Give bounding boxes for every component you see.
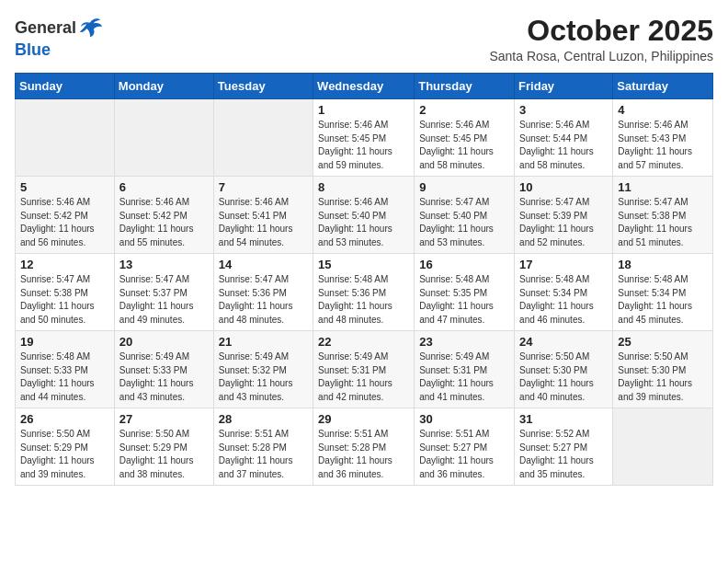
day-info: Sunrise: 5:50 AM Sunset: 5:29 PM Dayligh…	[119, 428, 209, 481]
day-number: 4	[618, 103, 708, 117]
day-number: 29	[318, 412, 409, 426]
calendar-cell: 24Sunrise: 5:50 AM Sunset: 5:30 PM Dayli…	[515, 331, 613, 408]
day-info: Sunrise: 5:52 AM Sunset: 5:27 PM Dayligh…	[519, 428, 608, 481]
day-number: 13	[119, 258, 209, 271]
calendar-cell: 9Sunrise: 5:47 AM Sunset: 5:40 PM Daylig…	[415, 177, 515, 254]
day-number: 27	[119, 412, 209, 426]
calendar-cell: 20Sunrise: 5:49 AM Sunset: 5:33 PM Dayli…	[114, 331, 213, 408]
day-info: Sunrise: 5:47 AM Sunset: 5:36 PM Dayligh…	[219, 273, 308, 327]
day-info: Sunrise: 5:51 AM Sunset: 5:27 PM Dayligh…	[419, 428, 509, 481]
weekday-header-saturday: Saturday	[613, 74, 713, 99]
calendar-cell	[114, 99, 213, 177]
calendar-cell: 22Sunrise: 5:49 AM Sunset: 5:31 PM Dayli…	[313, 331, 415, 408]
calendar-cell: 6Sunrise: 5:46 AM Sunset: 5:42 PM Daylig…	[114, 177, 213, 254]
weekday-header-thursday: Thursday	[415, 74, 515, 99]
calendar-cell: 4Sunrise: 5:46 AM Sunset: 5:43 PM Daylig…	[613, 99, 713, 177]
day-info: Sunrise: 5:47 AM Sunset: 5:39 PM Dayligh…	[519, 196, 608, 249]
day-info: Sunrise: 5:49 AM Sunset: 5:33 PM Dayligh…	[119, 350, 209, 404]
day-number: 5	[20, 180, 109, 194]
day-number: 10	[519, 180, 608, 194]
logo-bird-icon	[78, 15, 104, 40]
day-info: Sunrise: 5:50 AM Sunset: 5:30 PM Dayligh…	[519, 350, 608, 404]
calendar-cell: 15Sunrise: 5:48 AM Sunset: 5:36 PM Dayli…	[313, 254, 415, 331]
calendar-cell: 28Sunrise: 5:51 AM Sunset: 5:28 PM Dayli…	[213, 408, 313, 486]
day-info: Sunrise: 5:50 AM Sunset: 5:29 PM Dayligh…	[20, 428, 109, 481]
calendar-cell: 18Sunrise: 5:48 AM Sunset: 5:34 PM Dayli…	[613, 254, 713, 331]
day-info: Sunrise: 5:48 AM Sunset: 5:34 PM Dayligh…	[618, 273, 708, 327]
day-number: 7	[219, 180, 308, 194]
calendar-week-4: 19Sunrise: 5:48 AM Sunset: 5:33 PM Dayli…	[16, 331, 713, 408]
day-info: Sunrise: 5:51 AM Sunset: 5:28 PM Dayligh…	[219, 428, 308, 481]
day-number: 26	[20, 412, 109, 426]
calendar-cell: 10Sunrise: 5:47 AM Sunset: 5:39 PM Dayli…	[515, 177, 613, 254]
month-year-title: October 2025	[489, 15, 713, 47]
logo-blue-text: Blue	[15, 40, 51, 59]
calendar-cell: 23Sunrise: 5:49 AM Sunset: 5:31 PM Dayli…	[415, 331, 515, 408]
weekday-header-sunday: Sunday	[16, 74, 115, 99]
day-info: Sunrise: 5:49 AM Sunset: 5:31 PM Dayligh…	[318, 350, 409, 404]
day-number: 12	[20, 258, 109, 271]
day-info: Sunrise: 5:46 AM Sunset: 5:44 PM Dayligh…	[519, 119, 608, 172]
calendar-week-5: 26Sunrise: 5:50 AM Sunset: 5:29 PM Dayli…	[16, 408, 713, 486]
day-info: Sunrise: 5:47 AM Sunset: 5:38 PM Dayligh…	[20, 273, 109, 327]
location-subtitle: Santa Rosa, Central Luzon, Philippines	[489, 49, 713, 63]
calendar-cell	[613, 408, 713, 486]
day-info: Sunrise: 5:48 AM Sunset: 5:35 PM Dayligh…	[419, 273, 509, 327]
calendar-cell	[16, 99, 115, 177]
calendar-cell: 1Sunrise: 5:46 AM Sunset: 5:45 PM Daylig…	[313, 99, 415, 177]
day-info: Sunrise: 5:50 AM Sunset: 5:30 PM Dayligh…	[618, 350, 708, 404]
day-number: 20	[119, 335, 209, 349]
day-info: Sunrise: 5:49 AM Sunset: 5:31 PM Dayligh…	[419, 350, 509, 404]
title-area: October 2025 Santa Rosa, Central Luzon, …	[489, 15, 713, 63]
day-number: 28	[219, 412, 308, 426]
calendar-cell: 19Sunrise: 5:48 AM Sunset: 5:33 PM Dayli…	[16, 331, 115, 408]
day-number: 15	[318, 258, 409, 271]
day-info: Sunrise: 5:46 AM Sunset: 5:42 PM Dayligh…	[20, 196, 109, 249]
calendar-cell: 25Sunrise: 5:50 AM Sunset: 5:30 PM Dayli…	[613, 331, 713, 408]
day-info: Sunrise: 5:48 AM Sunset: 5:33 PM Dayligh…	[20, 350, 109, 404]
day-info: Sunrise: 5:46 AM Sunset: 5:42 PM Dayligh…	[119, 196, 209, 249]
day-number: 19	[20, 335, 109, 349]
day-number: 16	[419, 258, 509, 271]
day-number: 6	[119, 180, 209, 194]
calendar-cell	[213, 99, 313, 177]
day-number: 22	[318, 335, 409, 349]
weekday-header-row: SundayMondayTuesdayWednesdayThursdayFrid…	[16, 74, 713, 99]
logo-general-text: General	[15, 18, 76, 38]
calendar-cell: 11Sunrise: 5:47 AM Sunset: 5:38 PM Dayli…	[613, 177, 713, 254]
day-info: Sunrise: 5:46 AM Sunset: 5:45 PM Dayligh…	[318, 119, 409, 172]
weekday-header-wednesday: Wednesday	[313, 74, 415, 99]
day-number: 17	[519, 258, 608, 271]
calendar-week-3: 12Sunrise: 5:47 AM Sunset: 5:38 PM Dayli…	[16, 254, 713, 331]
day-number: 25	[618, 335, 708, 349]
day-number: 21	[219, 335, 308, 349]
calendar-week-2: 5Sunrise: 5:46 AM Sunset: 5:42 PM Daylig…	[16, 177, 713, 254]
calendar-cell: 29Sunrise: 5:51 AM Sunset: 5:28 PM Dayli…	[313, 408, 415, 486]
calendar-cell: 30Sunrise: 5:51 AM Sunset: 5:27 PM Dayli…	[415, 408, 515, 486]
calendar-cell: 21Sunrise: 5:49 AM Sunset: 5:32 PM Dayli…	[213, 331, 313, 408]
day-number: 24	[519, 335, 608, 349]
weekday-header-friday: Friday	[515, 74, 613, 99]
day-number: 1	[318, 103, 409, 117]
weekday-header-monday: Monday	[114, 74, 213, 99]
calendar-cell: 26Sunrise: 5:50 AM Sunset: 5:29 PM Dayli…	[16, 408, 115, 486]
day-number: 30	[419, 412, 509, 426]
day-info: Sunrise: 5:47 AM Sunset: 5:40 PM Dayligh…	[419, 196, 509, 249]
weekday-header-tuesday: Tuesday	[213, 74, 313, 99]
calendar-cell: 2Sunrise: 5:46 AM Sunset: 5:45 PM Daylig…	[415, 99, 515, 177]
day-number: 3	[519, 103, 608, 117]
calendar-table: SundayMondayTuesdayWednesdayThursdayFrid…	[15, 73, 713, 486]
day-number: 31	[519, 412, 608, 426]
calendar-cell: 16Sunrise: 5:48 AM Sunset: 5:35 PM Dayli…	[415, 254, 515, 331]
day-info: Sunrise: 5:49 AM Sunset: 5:32 PM Dayligh…	[219, 350, 308, 404]
calendar-cell: 3Sunrise: 5:46 AM Sunset: 5:44 PM Daylig…	[515, 99, 613, 177]
day-number: 18	[618, 258, 708, 271]
day-info: Sunrise: 5:51 AM Sunset: 5:28 PM Dayligh…	[318, 428, 409, 481]
calendar-week-1: 1Sunrise: 5:46 AM Sunset: 5:45 PM Daylig…	[16, 99, 713, 177]
day-info: Sunrise: 5:47 AM Sunset: 5:38 PM Dayligh…	[618, 196, 708, 249]
calendar-cell: 31Sunrise: 5:52 AM Sunset: 5:27 PM Dayli…	[515, 408, 613, 486]
calendar-cell: 27Sunrise: 5:50 AM Sunset: 5:29 PM Dayli…	[114, 408, 213, 486]
day-number: 9	[419, 180, 509, 194]
day-info: Sunrise: 5:46 AM Sunset: 5:43 PM Dayligh…	[618, 119, 708, 172]
day-info: Sunrise: 5:46 AM Sunset: 5:45 PM Dayligh…	[419, 119, 509, 172]
